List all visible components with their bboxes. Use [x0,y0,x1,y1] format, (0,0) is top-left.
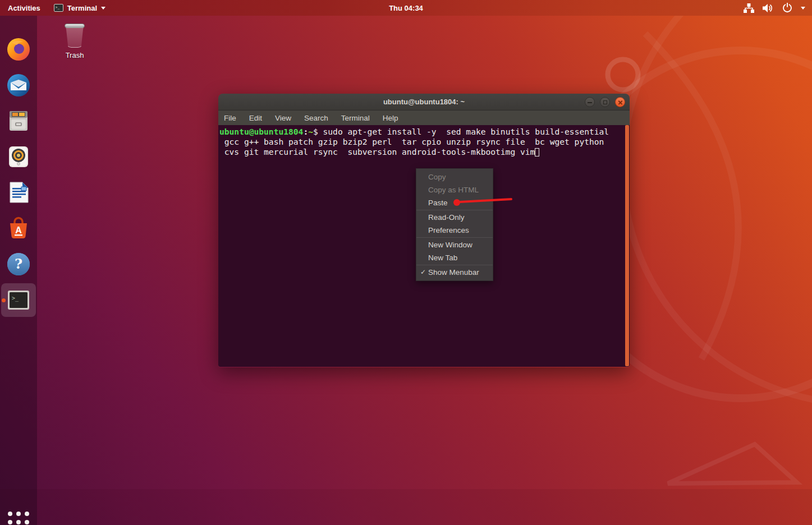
dock-item-terminal[interactable]: >_ [5,287,32,314]
prompt-path: ~ [308,127,313,136]
ubuntu-software-icon: A [6,216,31,241]
menu-item-read-only[interactable]: Read-Only [416,211,493,224]
minimize-button[interactable] [585,97,595,107]
terminal-icon: >_ [7,288,30,312]
trash-desktop-icon[interactable]: Trash [58,22,91,59]
dock-item-ubuntu-software[interactable]: A [5,215,32,242]
menu-edit[interactable]: Edit [249,114,262,122]
dock-item-libreoffice-writer[interactable] [5,179,32,206]
menu-terminal[interactable]: Terminal [341,114,370,122]
terminal-line-2: gcc g++ bash patch gzip bzip2 perl tar c… [219,137,623,147]
maximize-button[interactable] [600,97,610,107]
thunderbird-icon [6,73,31,98]
checkmark-icon: ✓ [420,266,426,279]
menu-search[interactable]: Search [304,114,328,122]
menu-item-paste[interactable]: Paste [416,196,493,209]
svg-text:A: A [15,225,22,235]
menu-item-new-window[interactable]: New Window [416,238,493,251]
menu-item-preferences[interactable]: Preferences [416,224,493,237]
menu-item-copy: Copy [416,171,493,183]
system-status-area[interactable] [744,0,812,16]
window-titlebar[interactable]: ubuntu@ubuntu1804: ~ [218,94,630,110]
prompt-user-host: ubuntu@ubuntu1804 [219,127,303,136]
show-applications-button[interactable] [5,509,32,525]
top-bar: Activities >_ Terminal Thu 04:34 [0,0,812,16]
dock-item-firefox[interactable] [5,36,32,63]
menu-separator [416,210,493,210]
scrollbar[interactable] [625,125,629,366]
close-button[interactable] [615,97,625,107]
dock-item-rhythmbox[interactable] [5,143,32,170]
help-icon: ? [6,252,31,277]
menu-file[interactable]: File [224,114,236,122]
terminal-line-1: ubuntu@ubuntu1804:~$ sudo apt-get instal… [219,127,623,137]
menu-separator [416,265,493,265]
chevron-down-icon [801,7,805,10]
dock-item-help[interactable]: ? [5,251,32,278]
window-menubar: File Edit View Search Terminal Help [218,110,630,125]
terminal-cursor [535,148,539,156]
menu-separator [416,237,493,238]
libreoffice-writer-icon [6,180,31,205]
command-text: sudo apt-get install -y sed make binutil… [323,127,609,136]
dock: A ? >_ [0,16,37,525]
dock-item-files[interactable] [5,107,32,134]
window-title: ubuntu@ubuntu1804: ~ [383,98,465,106]
rhythmbox-icon [6,144,31,169]
svg-text:>_: >_ [12,295,19,302]
clock[interactable]: Thu 04:34 [0,4,812,12]
trash-icon [63,22,86,49]
menu-help[interactable]: Help [383,114,398,122]
terminal-line-3: cvs git mercurial rsync subversion andro… [219,147,623,157]
terminal-context-menu: Copy Copy as HTML Paste Read-Only Prefer… [416,168,493,281]
menu-item-new-tab[interactable]: New Tab [416,251,493,264]
svg-text:?: ? [15,256,22,272]
menu-item-copy-as-html: Copy as HTML [416,183,493,196]
menu-view[interactable]: View [275,114,291,122]
dock-item-thunderbird[interactable] [5,72,32,99]
menu-item-show-menubar[interactable]: ✓Show Menubar [416,266,493,279]
power-icon [782,3,792,13]
files-icon [6,108,31,133]
network-wired-icon [744,3,754,13]
trash-label: Trash [58,51,91,59]
volume-icon [763,3,774,13]
firefox-icon [6,37,31,62]
